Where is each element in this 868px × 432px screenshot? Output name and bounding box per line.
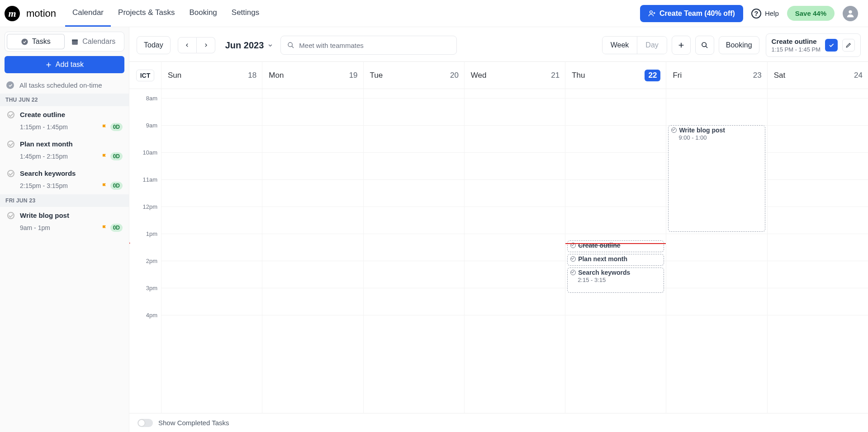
day-header[interactable]: Fri 23 [666,62,767,89]
chevron-down-icon [267,42,273,48]
sidebar-task-item[interactable]: Write blog post 9am - 1pm 0D [5,207,124,236]
task-check-icon[interactable] [7,212,14,219]
nav-settings[interactable]: Settings [224,0,266,27]
day-header[interactable]: Wed 21 [464,62,565,89]
main: Tasks Calendars Add task All tasks sched… [0,27,868,432]
calendar-area: Today Jun 2023 Meet with teammates Week [129,27,868,432]
nav-booking[interactable]: Booking [182,0,224,27]
topnav-right: Create Team (40% off) ? Help Save 44% [640,5,858,22]
view-toggle: Week Day [602,36,667,54]
popover-edit-button[interactable] [842,39,855,52]
day-header[interactable]: Thu 22 [565,62,666,89]
help-icon: ? [751,9,761,19]
flag-icon [101,153,108,160]
view-day[interactable]: Day [637,37,666,54]
task-check-icon[interactable] [7,111,14,118]
svg-rect-4 [72,39,78,41]
task-check-icon[interactable] [7,170,14,177]
task-title: Search keywords [20,169,76,177]
dow-label: Mon [269,71,284,80]
daynum-label: 21 [551,71,560,80]
day-column[interactable] [363,89,464,413]
save-pill[interactable]: Save 44% [787,6,835,21]
day-header[interactable]: Sat 24 [767,62,868,89]
hour-label: 11am [142,176,157,183]
flag-icon [101,124,108,130]
calendar-event[interactable]: Create outline [567,240,664,252]
search-input[interactable]: Meet with teammates [280,36,457,55]
task-title: Write blog post [20,211,69,219]
event-title: Search keywords [578,269,630,276]
footer-label: Show Completed Tasks [158,419,229,427]
day-header[interactable]: Sun 18 [161,62,262,89]
event-time: 9:00 - 1:00 [678,134,762,141]
nav-calendar[interactable]: Calendar [65,0,111,27]
day-column[interactable] [161,89,262,413]
due-badge: 0D [110,182,123,190]
day-column[interactable] [767,89,868,413]
due-badge: 0D [110,152,123,160]
month-label: Jun 2023 [225,40,264,51]
due-badge: 0D [110,123,123,131]
month-picker[interactable]: Jun 2023 [225,40,274,51]
top-nav: m motion Calendar Projects & Tasks Booki… [0,0,868,27]
segment-calendars[interactable]: Calendars [65,34,123,49]
sidebar-day-header: THU JUN 22 [0,94,129,106]
time-column: 8am9am10am11am12pm1pm2pm3pm4pm [129,89,161,413]
sidebar-task-item[interactable]: Search keywords 2:15pm - 3:15pm 0D [5,165,124,194]
daynum-label: 20 [450,71,459,80]
logo: m [5,6,20,21]
popover-confirm-button[interactable] [825,39,838,52]
view-week[interactable]: Week [602,37,638,54]
popover-info: Create outline 1:15 PM - 1:45 PM [772,38,821,53]
footer: Show Completed Tasks [129,413,868,432]
day-header[interactable]: Mon 19 [262,62,363,89]
hour-label: 12pm [142,203,157,210]
daynum-label: 19 [349,71,358,80]
show-completed-toggle[interactable] [138,419,153,427]
status-row: All tasks scheduled on-time [5,80,124,94]
day-column[interactable] [464,89,565,413]
task-check-icon[interactable] [7,141,14,148]
day-column[interactable]: Create outlinePlan next monthSearch keyw… [565,89,666,413]
avatar[interactable] [843,6,858,21]
segment-tasks[interactable]: Tasks [7,34,65,49]
next-month-button[interactable] [197,37,215,53]
timezone-label[interactable]: ICT [136,70,155,81]
add-task-button[interactable]: Add task [5,56,124,73]
sidebar-task-item[interactable]: Plan next month 1:45pm - 2:15pm 0D [5,136,124,165]
event-title: Write blog post [679,127,725,134]
search-button[interactable] [695,36,714,55]
help-label: Help [765,9,779,17]
day-column[interactable] [262,89,363,413]
calendar-event[interactable]: Plan next month [567,254,664,266]
flag-icon [101,225,108,231]
search-icon [287,42,294,49]
booking-button[interactable]: Booking [719,36,759,54]
create-team-button[interactable]: Create Team (40% off) [640,5,743,22]
day-header[interactable]: Tue 20 [363,62,464,89]
sidebar-segments: Tasks Calendars [5,32,124,52]
nav-projects[interactable]: Projects & Tasks [111,0,182,27]
search-placeholder: Meet with teammates [299,42,364,49]
sidebar-day-header: FRI JUN 23 [0,194,129,207]
person-plus-icon [648,9,656,17]
calendar-body[interactable]: 8am9am10am11am12pm1pm2pm3pm4pm Create ou… [129,89,868,413]
status-text: All tasks scheduled on-time [19,81,102,89]
help-button[interactable]: ? Help [751,9,779,19]
hour-label: 4pm [146,312,157,319]
dow-label: Fri [673,71,682,80]
task-time: 9am - 1pm [20,224,101,231]
hour-label: 3pm [146,285,157,291]
today-button[interactable]: Today [137,36,171,54]
day-column[interactable]: Write blog post9:00 - 1:00 [666,89,767,413]
calendar-grid: ICT Sun 18Mon 19Tue 20Wed 21Thu 22Fri 23… [129,61,868,413]
add-event-button[interactable] [672,36,691,55]
calendar-event[interactable]: Write blog post9:00 - 1:00 [668,125,765,232]
event-time: 2:15 - 3:15 [578,277,661,283]
toolbar: Today Jun 2023 Meet with teammates Week [129,27,868,61]
svg-point-1 [849,10,852,13]
calendar-event[interactable]: Search keywords2:15 - 3:15 [567,268,664,293]
prev-month-button[interactable] [178,37,197,53]
sidebar-task-item[interactable]: Create outline 1:15pm - 1:45pm 0D [5,106,124,136]
